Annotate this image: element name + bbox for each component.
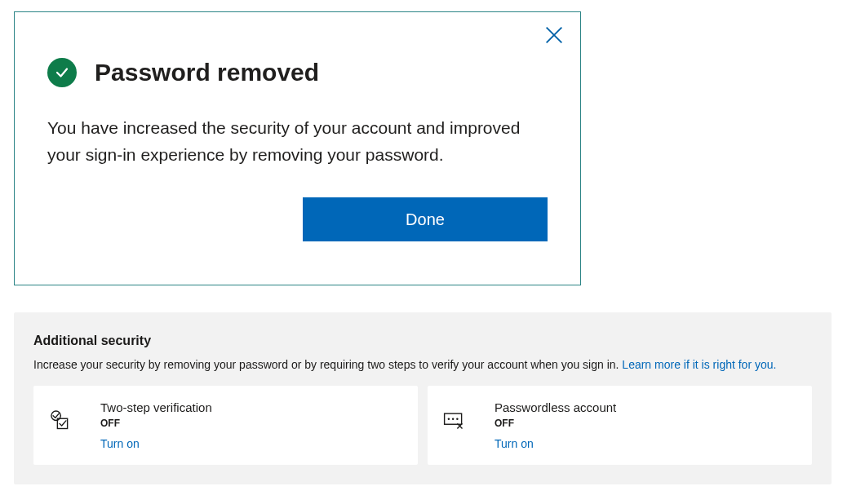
passwordless-account-icon: [442, 409, 465, 431]
learn-more-link[interactable]: Learn more if it is right for you.: [622, 358, 776, 371]
card-status: OFF: [495, 418, 616, 429]
panel-subtext-text: Increase your security by removing your …: [33, 358, 622, 371]
card-status: OFF: [100, 418, 212, 429]
turn-on-link[interactable]: Turn on: [100, 437, 212, 450]
password-removed-dialog: Password removed You have increased the …: [14, 11, 581, 285]
two-step-verification-icon: [48, 409, 71, 431]
panel-heading: Additional security: [33, 334, 812, 348]
dialog-title: Password removed: [95, 59, 319, 86]
additional-security-panel: Additional security Increase your securi…: [14, 312, 832, 484]
card-title: Passwordless account: [495, 400, 616, 414]
svg-point-6: [452, 418, 454, 419]
turn-on-link[interactable]: Turn on: [495, 437, 616, 450]
done-button[interactable]: Done: [303, 197, 548, 241]
card-two-step-verification: Two-step verification OFF Turn on: [33, 386, 418, 465]
dialog-actions: Done: [47, 197, 548, 241]
dialog-body-text: You have increased the security of your …: [47, 115, 521, 168]
checkmark-success-icon: [47, 58, 77, 87]
security-cards: Two-step verification OFF Turn on Passwo…: [33, 386, 812, 465]
card-title: Two-step verification: [100, 400, 212, 414]
svg-point-5: [448, 418, 450, 419]
card-passwordless-account: Passwordless account OFF Turn on: [428, 386, 812, 465]
dialog-header: Password removed: [47, 58, 548, 87]
svg-rect-3: [57, 418, 67, 428]
panel-subtext: Increase your security by removing your …: [33, 358, 812, 371]
svg-point-7: [456, 418, 458, 419]
close-icon[interactable]: [543, 24, 565, 46]
